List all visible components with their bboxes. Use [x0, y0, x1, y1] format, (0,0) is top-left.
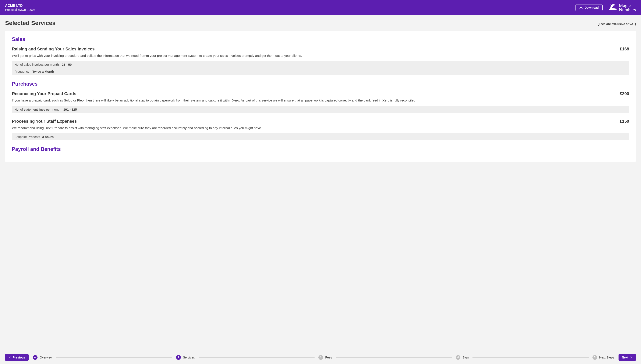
download-icon	[579, 6, 583, 9]
svg-point-3	[615, 4, 615, 4]
services-card: SalesRaising and Sending Your Sales Invo…	[5, 31, 636, 162]
service-params: Bespoke Process:3 hours	[12, 133, 629, 140]
brand-logo: Magic Numbers	[608, 3, 636, 12]
param-row: Frequency:Twice a Month	[12, 68, 629, 75]
service-description: We'll get to grips with your invoicing p…	[12, 53, 629, 58]
step-overview[interactable]: Overview	[33, 355, 52, 360]
service-price: £150	[620, 119, 629, 124]
chevron-right-icon	[629, 356, 632, 359]
step-label: Overview	[40, 356, 52, 359]
brand-name: Magic Numbers	[619, 4, 636, 12]
service-name: Processing Your Staff Expenses	[12, 119, 77, 124]
service-params: No. of statement lines per month:101 - 1…	[12, 106, 629, 113]
svg-point-1	[609, 8, 617, 10]
step-fees[interactable]: 3Fees	[318, 355, 332, 360]
proposal-id: Proposal #MGB-10003	[5, 8, 35, 12]
footer: Previous Overview2Services3Fees4Sign5Nex…	[0, 351, 641, 364]
param-value: 3 hours	[42, 135, 54, 138]
service-item: Reconciling Your Prepaid Cards£200If you…	[12, 91, 629, 113]
param-label: Bespoke Process:	[15, 135, 40, 138]
param-label: No. of statement lines per month:	[15, 108, 61, 111]
param-value: Twice a Month	[33, 70, 54, 73]
svg-point-4	[615, 6, 616, 6]
param-label: Frequency:	[15, 70, 30, 73]
hat-icon	[608, 3, 617, 12]
service-name: Raising and Sending Your Sales Invoices	[12, 46, 95, 52]
category-rule	[12, 88, 629, 88]
header-right: Download Magic Numbers	[575, 3, 636, 12]
page-title: Selected Services	[5, 20, 56, 26]
stepper: Overview2Services3Fees4Sign5Next Steps	[33, 355, 614, 360]
service-item: Processing Your Staff Expenses£150We rec…	[12, 119, 629, 140]
service-price: £200	[620, 91, 629, 96]
param-row: No. of sales invoices per month:26 - 50	[12, 61, 629, 68]
step-label: Next Steps	[599, 356, 614, 359]
category-title: Sales	[12, 36, 629, 42]
step-connector	[472, 358, 589, 358]
param-row: No. of statement lines per month:101 - 1…	[12, 106, 629, 113]
service-params: No. of sales invoices per month:26 - 50F…	[12, 61, 629, 75]
category-title: Payroll and Benefits	[12, 146, 629, 152]
category-rule	[12, 43, 629, 43]
check-icon	[33, 355, 38, 360]
step-services[interactable]: 2Services	[176, 355, 195, 360]
download-button[interactable]: Download	[575, 4, 603, 11]
param-value: 101 - 125	[63, 108, 77, 111]
step-next-steps[interactable]: 5Next Steps	[592, 355, 614, 360]
chevron-left-icon	[9, 356, 12, 359]
service-description: If you have a prepaid card, such as Sold…	[12, 98, 629, 103]
download-label: Download	[584, 6, 598, 9]
page-heading: Selected Services (Fees are exclusive of…	[5, 20, 636, 26]
step-number: 2	[176, 355, 181, 360]
header: ACME LTD Proposal #MGB-10003 Download Ma…	[0, 0, 641, 15]
svg-point-2	[610, 4, 611, 4]
step-connector	[56, 358, 173, 358]
step-connector	[336, 358, 452, 358]
service-name: Reconciling Your Prepaid Cards	[12, 91, 76, 96]
company-name: ACME LTD	[5, 4, 35, 8]
previous-button[interactable]: Previous	[5, 354, 29, 361]
step-label: Services	[183, 356, 195, 359]
vat-note: (Fees are exclusive of VAT)	[598, 22, 636, 26]
param-row: Bespoke Process:3 hours	[12, 133, 629, 140]
service-item: Raising and Sending Your Sales Invoices£…	[12, 46, 629, 75]
service-description: We recommend using Dext Prepare to assis…	[12, 126, 629, 130]
previous-label: Previous	[13, 356, 25, 359]
category-rule	[12, 153, 629, 153]
step-number: 5	[592, 355, 597, 360]
next-button[interactable]: Next	[618, 354, 636, 361]
service-price: £168	[620, 46, 629, 52]
step-number: 4	[456, 355, 460, 360]
step-sign[interactable]: 4Sign	[456, 355, 469, 360]
param-label: No. of sales invoices per month:	[15, 63, 60, 66]
step-number: 3	[318, 355, 323, 360]
step-connector	[199, 358, 315, 358]
category-title: Purchases	[12, 81, 629, 87]
step-label: Fees	[325, 356, 332, 359]
param-value: 26 - 50	[62, 63, 72, 66]
header-left: ACME LTD Proposal #MGB-10003	[5, 4, 35, 12]
step-label: Sign	[462, 356, 469, 359]
content: Selected Services (Fees are exclusive of…	[0, 15, 641, 364]
next-label: Next	[622, 356, 628, 359]
